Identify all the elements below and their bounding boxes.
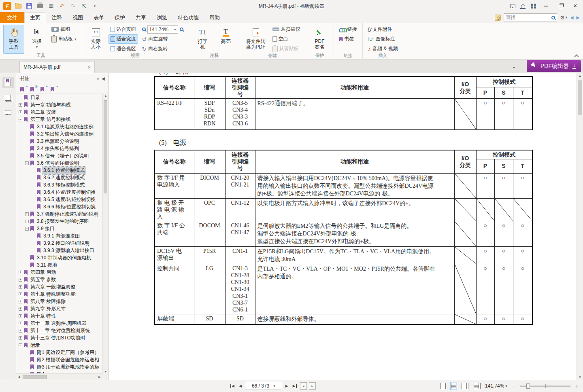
expand-toggle-icon[interactable]: + [19,271,22,274]
expand-toggle-icon[interactable]: + [19,292,22,296]
pdf-editor-button[interactable]: PDF编辑器 ↓ [527,60,581,72]
bookmarks-horizontal-scrollbar[interactable]: ◀ ▶ [16,373,102,380]
expand-toggle-icon[interactable]: − [25,227,29,231]
bookmark-item[interactable]: + 第十三章 使用STO功能时 [16,334,102,341]
zoom-slider-thumb[interactable] [526,384,530,389]
document-tab[interactable]: MR-J4-A手册.pdf × [19,61,95,73]
menu-tab[interactable]: 保护 [109,12,130,23]
bookmark-item[interactable]: + 第八章 故障排除 [16,298,102,305]
bookmark-item[interactable]: 3.9.2 接口的详细说明 [16,239,102,247]
search-input[interactable]: 查找 [504,13,557,21]
scroll-down-icon[interactable]: ▼ [577,375,583,379]
zoom-level-combobox[interactable]: 141.74% ▾ [147,25,178,34]
bookmark-item[interactable]: 3.9.1 内部连接图 [16,232,102,239]
scroll-right-icon[interactable]: ▶ [97,375,102,379]
pdf-sign-button[interactable]: PDF签名 [309,25,330,54]
zoom-percentage[interactable]: 141.74%▾ [485,383,507,389]
expand-toggle-icon[interactable]: + [25,212,29,216]
bookmark-item[interactable]: + 3.8 报警发生时的时序图 [16,218,102,225]
expand-toggle-icon[interactable]: + [19,285,22,289]
document-vertical-scrollbar[interactable]: ▲ ▼ [577,73,583,380]
bookmark-item[interactable]: − 3.9 接口 [16,225,102,232]
bookmark-item[interactable]: 3.6.5 速度/转矩控制切换 [16,196,102,203]
share-icon[interactable]: ⇱ [79,2,89,11]
app-logo-icon[interactable]: F [2,2,12,11]
bookmark-item[interactable]: 3.6.1 位置控制模式 [16,167,102,174]
scroll-up-icon[interactable]: ▲ [577,74,583,78]
actual-size-button[interactable]: 1:1 实际大小 [85,25,106,54]
message-icon[interactable] [508,2,517,11]
audio-video-button[interactable]: ♪ 音频 & 视频 [366,44,400,53]
bookmark-item[interactable]: 3.6.2 速度控制模式 [16,174,102,181]
search-icon[interactable] [551,16,555,19]
expand-toggle-icon[interactable]: + [19,278,22,282]
typewriter-button[interactable]: TI 打字机 [192,25,213,54]
scrollbar-thumb[interactable] [23,375,47,379]
bookmark-item[interactable]: + 第五章 参数 [16,276,102,283]
expand-toggle-icon[interactable]: + [19,307,22,311]
expand-toggle-icon[interactable]: + [19,110,22,114]
open-file-icon[interactable] [13,2,23,11]
bookmark-locate-icon[interactable]: ◎ [30,85,37,92]
print-icon[interactable] [35,2,45,11]
collapse-ribbon-icon[interactable] [574,54,578,57]
expand-toggle-icon[interactable]: + [19,329,22,333]
menu-tab[interactable]: 视图 [67,12,88,23]
menu-tab[interactable]: 主页 [24,12,46,23]
bookmark-item[interactable]: 3.2 输出输入信号的连接例 [16,130,102,138]
find-previous-icon[interactable]: ◀ [570,15,573,20]
apps-grid-icon[interactable] [529,2,538,11]
bookmark-item[interactable]: + 第一章 功能与构成 [16,101,102,108]
expand-toggle-icon[interactable]: + [19,314,22,318]
menu-tab[interactable]: 表单 [88,12,109,23]
bookmark-expand-icon[interactable]: » [20,85,27,92]
maximize-button[interactable] [554,1,568,11]
minimize-button[interactable] [539,1,553,11]
bookmark-item[interactable]: 3.10 带制动器的伺服电机 [16,254,102,261]
bookmark-item[interactable]: 3.3 电源部分的说明 [16,138,102,145]
menu-tab[interactable]: 帮助 [204,12,225,23]
bookmark-item[interactable]: 附4 [16,371,102,373]
menu-tab[interactable]: 注释 [46,12,67,23]
convert-to-pdf-button[interactable]: 将文件转换为PDF [243,25,268,54]
search-settings[interactable]: ⚙▾ [560,15,567,21]
bookmark-item[interactable]: 附2 根据联合国危险物运送相 [16,356,102,363]
last-page-button[interactable]: ▶ [292,382,298,390]
expand-toggle-icon[interactable]: − [19,343,22,347]
highlight-button[interactable]: T 高亮 [215,25,236,54]
bookmark-item[interactable]: − 附录 [16,341,102,349]
panel-menu-icon[interactable]: » [96,76,99,81]
search-scope-icon[interactable] [495,15,501,21]
zoom-out-button[interactable]: − [511,383,517,389]
scrollbar-thumb[interactable] [578,81,582,115]
hand-tool-button[interactable]: 手型工具 [3,25,24,54]
bookmark-item[interactable]: 3.5 信号（端子）的说明 [16,152,102,159]
previous-page-button[interactable]: ◀ [238,382,243,390]
scroll-down-icon[interactable]: ▼ [103,370,109,373]
single-page-view-button[interactable] [440,382,447,390]
bookmark-item[interactable]: + 第九章 外形尺寸 [16,305,102,312]
page-number-input[interactable]: 66 / 373 ▾ [245,382,282,390]
scrollbar-thumb[interactable] [104,100,107,193]
expand-toggle-icon[interactable]: − [19,118,22,121]
fit-page-button[interactable]: 适合页面 [109,25,138,34]
email-icon[interactable]: ✉ [46,2,56,11]
next-page-button[interactable]: ▶ [284,382,289,390]
bookmark-item[interactable]: 3.9.3 源型输入输出接口 [16,247,102,254]
bookmark-options-icon[interactable]: ▾ [51,85,57,92]
document-page[interactable]: (4) 通信 信号名称 缩写 连接器 引脚编 号 功能和用途 I/O 分类 控制… [109,73,577,380]
scroll-left-icon[interactable]: ◀ [16,375,22,379]
continuous-facing-view-button[interactable] [473,382,481,390]
notification-icon[interactable] [518,2,528,11]
menu-tab[interactable]: 文件 [0,12,24,23]
bookmark-button[interactable]: 书签 [337,34,359,44]
comments-panel-toggle[interactable] [2,107,14,118]
bookmark-item[interactable]: 3.11 接地 [16,261,102,269]
customize-toolbar-dropdown[interactable]: ▾ [90,2,100,11]
fit-visible-button[interactable]: 适合视区 [109,44,138,53]
continuous-view-button[interactable] [450,382,457,390]
bookmark-item[interactable]: 3.6.6 转矩/位置控制切换 [16,203,102,210]
bookmark-add-icon[interactable]: + [40,85,47,92]
pages-panel-toggle[interactable] [2,92,14,103]
bookmarks-vertical-scrollbar[interactable]: ▲ ▼ [102,94,108,373]
